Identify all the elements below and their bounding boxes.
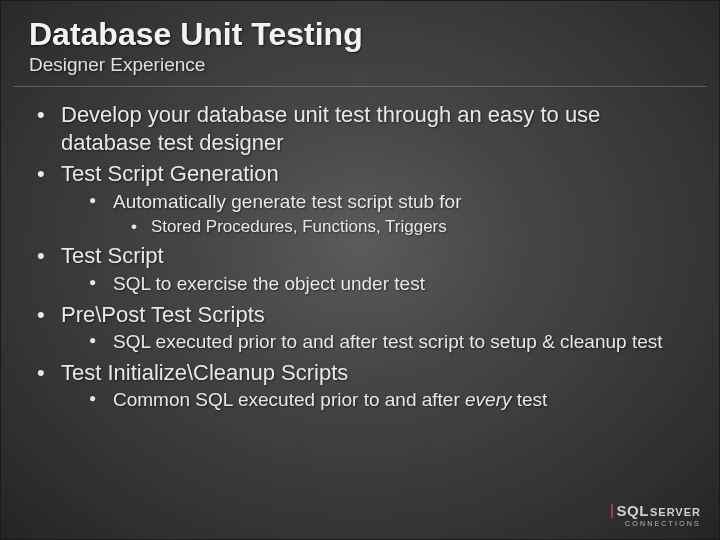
logo-text-sql: SQL xyxy=(617,502,649,519)
text-fragment: test xyxy=(512,389,548,410)
bullet-icon: • xyxy=(31,160,61,188)
bullet-text: Pre\Post Test Scripts xyxy=(61,301,265,329)
bullet-item: ●SQL executed prior to and after test sc… xyxy=(89,330,689,355)
bullet-icon: • xyxy=(131,216,151,238)
bullet-item: •Pre\Post Test Scripts ●SQL executed pri… xyxy=(31,301,689,355)
bullet-item: •Test Script ●SQL to exercise the object… xyxy=(31,242,689,296)
bullet-text: Test Initialize\Cleanup Scripts xyxy=(61,359,348,387)
bullet-icon: • xyxy=(31,242,61,270)
bullet-icon: • xyxy=(31,101,61,129)
bullet-text: Test Script xyxy=(61,242,164,270)
text-fragment: Common SQL executed prior to and after xyxy=(113,389,465,410)
bullet-text: Develop your database unit test through … xyxy=(61,101,689,156)
bullet-item: •Test Script Generation ●Automatically g… xyxy=(31,160,689,238)
bullet-icon: • xyxy=(31,301,61,329)
bullet-icon: ● xyxy=(89,272,113,294)
bullet-text: Test Script Generation xyxy=(61,160,279,188)
bullet-item: •Stored Procedures, Functions, Triggers xyxy=(131,216,689,238)
bullet-icon: ● xyxy=(89,330,113,352)
bullet-text: SQL executed prior to and after test scr… xyxy=(113,330,663,355)
bullet-icon: ● xyxy=(89,388,113,410)
slide-title: Database Unit Testing xyxy=(29,17,691,52)
divider xyxy=(13,86,707,87)
bullet-item: •Test Initialize\Cleanup Scripts ● Commo… xyxy=(31,359,689,413)
logo-bar-icon xyxy=(611,504,613,518)
bullet-icon: • xyxy=(31,359,61,387)
bullet-text: Common SQL executed prior to and after e… xyxy=(113,388,547,413)
bullet-item: ● Common SQL executed prior to and after… xyxy=(89,388,689,413)
bullet-text: Stored Procedures, Functions, Triggers xyxy=(151,216,447,238)
title-block: Database Unit Testing Designer Experienc… xyxy=(1,1,719,80)
footer-logo: SQLSERVER CONNECTIONS xyxy=(611,503,701,527)
bullet-text: SQL to exercise the object under test xyxy=(113,272,425,297)
bullet-text: Automatically generate test script stub … xyxy=(113,190,462,215)
bullet-icon: ● xyxy=(89,190,113,212)
logo-text-server: SERVER xyxy=(650,506,701,518)
bullet-item: ●Automatically generate test script stub… xyxy=(89,190,689,239)
bullet-item: ●SQL to exercise the object under test xyxy=(89,272,689,297)
logo-tagline: CONNECTIONS xyxy=(611,520,701,527)
text-emphasis: every xyxy=(465,389,511,410)
bullet-item: •Develop your database unit test through… xyxy=(31,101,689,156)
slide-body: •Develop your database unit test through… xyxy=(1,87,719,413)
slide-subtitle: Designer Experience xyxy=(29,54,691,76)
